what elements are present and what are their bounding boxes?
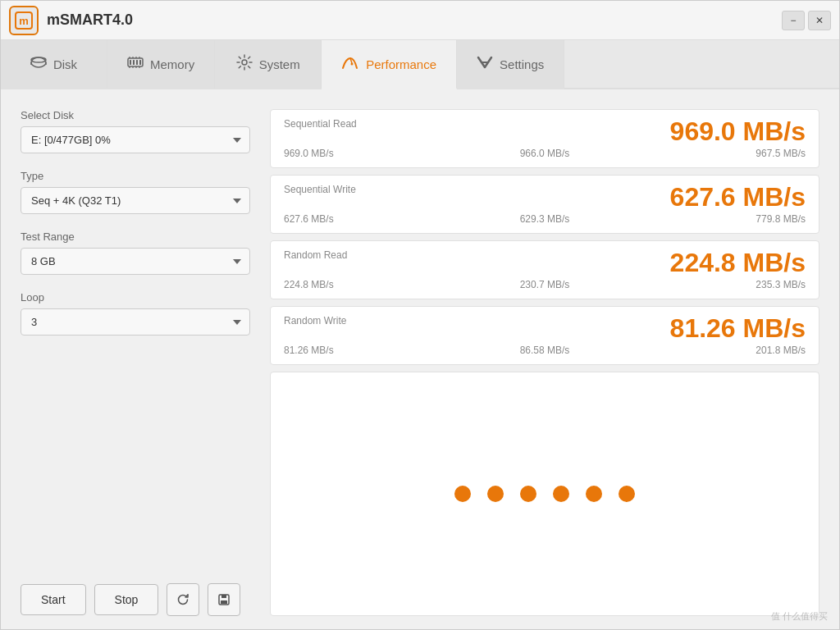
- loop-label: Loop: [21, 291, 250, 304]
- titlebar-left: m mSMART4.0: [9, 6, 133, 35]
- buttons-area: Start Stop: [21, 583, 250, 616]
- seq-read-sub2: 966.0 MB/s: [458, 148, 632, 159]
- rand-write-sub2: 86.58 MB/s: [458, 345, 632, 356]
- test-range-label: Test Range: [21, 231, 250, 243]
- app-window: m mSMART4.0 − ✕ Disk: [0, 0, 840, 630]
- rand-write-label: Random Write: [284, 315, 346, 326]
- metric-random-write: Random Write 81.26 MB/s 81.26 MB/s 86.58…: [270, 306, 819, 365]
- save-icon: [217, 593, 231, 606]
- metric-sequential-write: Sequential Write 627.6 MB/s 627.6 MB/s 6…: [270, 175, 819, 234]
- tab-settings[interactable]: Settings: [457, 40, 564, 89]
- right-panel: Sequential Read 969.0 MB/s 969.0 MB/s 96…: [270, 109, 819, 616]
- tab-disk-label: Disk: [53, 57, 77, 71]
- tab-performance[interactable]: Performance: [322, 40, 457, 89]
- seq-read-sub1: 969.0 MB/s: [284, 148, 458, 159]
- svg-text:m: m: [19, 15, 29, 27]
- svg-point-3: [31, 57, 46, 62]
- stop-button[interactable]: Stop: [94, 584, 159, 615]
- watermark: 值 什么值得买: [771, 610, 828, 623]
- titlebar: m mSMART4.0 − ✕: [1, 1, 839, 40]
- start-button[interactable]: Start: [21, 584, 86, 615]
- select-disk-group: Select Disk E: [0/477GB] 0%: [21, 109, 250, 153]
- select-disk-label: Select Disk: [21, 109, 250, 121]
- tab-performance-label: Performance: [366, 57, 436, 71]
- rand-read-sub-values: 224.8 MB/s 230.7 MB/s 235.3 MB/s: [284, 279, 806, 290]
- rand-read-sub2: 230.7 MB/s: [458, 279, 632, 290]
- svg-point-19: [242, 60, 247, 65]
- app-logo: m: [9, 6, 39, 35]
- tab-memory[interactable]: Memory: [107, 40, 215, 89]
- seq-read-sub3: 967.5 MB/s: [632, 148, 806, 159]
- tab-memory-label: Memory: [150, 57, 194, 71]
- dot-5: [586, 486, 602, 502]
- dots-card: [270, 372, 819, 616]
- system-icon: [236, 54, 253, 75]
- test-range-input[interactable]: 8 GB: [21, 248, 250, 275]
- tab-settings-label: Settings: [500, 57, 544, 71]
- svg-point-20: [351, 62, 354, 65]
- metric-top-seq-read: Sequential Read 969.0 MB/s: [284, 118, 806, 144]
- rand-read-sub1: 224.8 MB/s: [284, 279, 458, 290]
- type-input[interactable]: Seq + 4K (Q32 T1): [21, 187, 250, 214]
- titlebar-controls: − ✕: [782, 11, 831, 30]
- seq-write-sub3: 779.8 MB/s: [632, 213, 806, 225]
- dot-6: [619, 486, 635, 502]
- loop-group: Loop 3: [21, 291, 250, 336]
- test-range-group: Test Range 8 GB: [21, 231, 250, 275]
- settings-icon: [477, 56, 493, 73]
- seq-write-sub-values: 627.6 MB/s 629.3 MB/s 779.8 MB/s: [284, 213, 806, 225]
- metric-random-read: Random Read 224.8 MB/s 224.8 MB/s 230.7 …: [270, 240, 819, 299]
- dot-4: [553, 486, 569, 502]
- loop-input[interactable]: 3: [21, 308, 250, 336]
- main-content: Select Disk E: [0/477GB] 0% Type Seq + 4…: [1, 89, 839, 629]
- dot-1: [454, 486, 471, 502]
- dot-2: [487, 486, 504, 502]
- save-button[interactable]: [208, 583, 240, 616]
- metric-top-rand-write: Random Write 81.26 MB/s: [284, 315, 806, 341]
- svg-rect-23: [221, 600, 227, 604]
- rand-read-sub3: 235.3 MB/s: [632, 279, 806, 290]
- refresh-button[interactable]: [167, 583, 199, 616]
- type-label: Type: [21, 170, 250, 182]
- app-title: mSMART4.0: [47, 11, 133, 29]
- type-group: Type Seq + 4K (Q32 T1): [21, 170, 250, 214]
- select-disk-input[interactable]: E: [0/477GB] 0%: [21, 126, 250, 153]
- rand-read-label: Random Read: [284, 249, 347, 261]
- metric-top-rand-read: Random Read 224.8 MB/s: [284, 249, 806, 276]
- tabbar: Disk Memo: [1, 40, 839, 89]
- tab-system[interactable]: System: [215, 40, 322, 89]
- dot-3: [520, 486, 536, 502]
- left-panel: Select Disk E: [0/477GB] 0% Type Seq + 4…: [21, 109, 250, 616]
- memory-icon: [127, 56, 144, 73]
- seq-write-main-value: 627.6 MB/s: [670, 184, 806, 210]
- logo-icon: m: [15, 11, 33, 30]
- seq-read-main-value: 969.0 MB/s: [670, 118, 806, 144]
- svg-rect-7: [130, 60, 131, 65]
- metric-sequential-read: Sequential Read 969.0 MB/s 969.0 MB/s 96…: [270, 109, 819, 168]
- tab-disk[interactable]: Disk: [1, 40, 107, 89]
- svg-rect-22: [221, 595, 226, 598]
- seq-write-sub2: 629.3 MB/s: [458, 213, 632, 225]
- rand-write-sub1: 81.26 MB/s: [284, 345, 458, 356]
- rand-write-main-value: 81.26 MB/s: [670, 315, 806, 341]
- refresh-icon: [176, 593, 189, 606]
- metric-top-seq-write: Sequential Write 627.6 MB/s: [284, 184, 806, 210]
- close-button[interactable]: ✕: [808, 11, 831, 30]
- disk-icon: [30, 54, 47, 75]
- tab-system-label: System: [259, 57, 300, 71]
- seq-write-label: Sequential Write: [284, 184, 356, 195]
- seq-read-sub-values: 969.0 MB/s 966.0 MB/s 967.5 MB/s: [284, 148, 806, 159]
- rand-read-main-value: 224.8 MB/s: [670, 249, 806, 276]
- seq-read-label: Sequential Read: [284, 118, 357, 130]
- svg-rect-8: [133, 60, 135, 65]
- seq-write-sub1: 627.6 MB/s: [284, 213, 458, 225]
- minimize-button[interactable]: −: [782, 11, 805, 30]
- rand-write-sub3: 201.8 MB/s: [632, 345, 806, 356]
- dots-row: [454, 486, 635, 502]
- svg-rect-9: [136, 60, 138, 65]
- rand-write-sub-values: 81.26 MB/s 86.58 MB/s 201.8 MB/s: [284, 345, 806, 356]
- performance-icon: [341, 55, 359, 74]
- svg-rect-10: [139, 60, 141, 65]
